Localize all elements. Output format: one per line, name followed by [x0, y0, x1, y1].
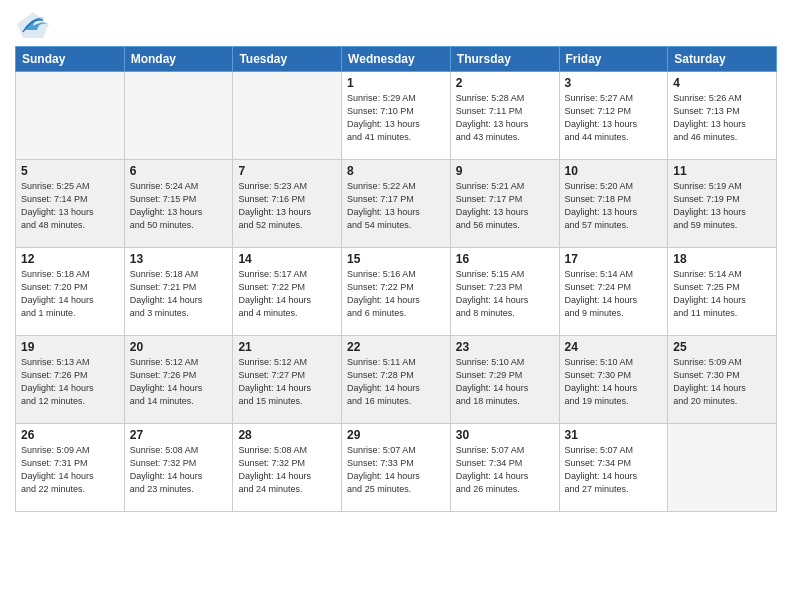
day-info: Sunrise: 5:22 AM Sunset: 7:17 PM Dayligh…	[347, 180, 445, 232]
calendar-cell: 11Sunrise: 5:19 AM Sunset: 7:19 PM Dayli…	[668, 160, 777, 248]
day-number: 27	[130, 428, 228, 442]
day-number: 8	[347, 164, 445, 178]
day-info: Sunrise: 5:12 AM Sunset: 7:26 PM Dayligh…	[130, 356, 228, 408]
calendar-cell: 15Sunrise: 5:16 AM Sunset: 7:22 PM Dayli…	[342, 248, 451, 336]
day-number: 2	[456, 76, 554, 90]
day-info: Sunrise: 5:12 AM Sunset: 7:27 PM Dayligh…	[238, 356, 336, 408]
day-number: 3	[565, 76, 663, 90]
calendar-cell: 3Sunrise: 5:27 AM Sunset: 7:12 PM Daylig…	[559, 72, 668, 160]
calendar-cell	[668, 424, 777, 512]
header	[15, 10, 777, 40]
calendar-cell: 8Sunrise: 5:22 AM Sunset: 7:17 PM Daylig…	[342, 160, 451, 248]
calendar-cell: 25Sunrise: 5:09 AM Sunset: 7:30 PM Dayli…	[668, 336, 777, 424]
week-row-4: 19Sunrise: 5:13 AM Sunset: 7:26 PM Dayli…	[16, 336, 777, 424]
calendar-cell: 1Sunrise: 5:29 AM Sunset: 7:10 PM Daylig…	[342, 72, 451, 160]
day-number: 1	[347, 76, 445, 90]
calendar-cell: 24Sunrise: 5:10 AM Sunset: 7:30 PM Dayli…	[559, 336, 668, 424]
calendar-cell: 23Sunrise: 5:10 AM Sunset: 7:29 PM Dayli…	[450, 336, 559, 424]
calendar-cell: 31Sunrise: 5:07 AM Sunset: 7:34 PM Dayli…	[559, 424, 668, 512]
day-info: Sunrise: 5:18 AM Sunset: 7:21 PM Dayligh…	[130, 268, 228, 320]
day-info: Sunrise: 5:16 AM Sunset: 7:22 PM Dayligh…	[347, 268, 445, 320]
th-saturday: Saturday	[668, 47, 777, 72]
calendar-cell: 4Sunrise: 5:26 AM Sunset: 7:13 PM Daylig…	[668, 72, 777, 160]
calendar-cell: 10Sunrise: 5:20 AM Sunset: 7:18 PM Dayli…	[559, 160, 668, 248]
day-info: Sunrise: 5:23 AM Sunset: 7:16 PM Dayligh…	[238, 180, 336, 232]
day-info: Sunrise: 5:21 AM Sunset: 7:17 PM Dayligh…	[456, 180, 554, 232]
day-number: 29	[347, 428, 445, 442]
calendar-cell: 14Sunrise: 5:17 AM Sunset: 7:22 PM Dayli…	[233, 248, 342, 336]
day-info: Sunrise: 5:07 AM Sunset: 7:33 PM Dayligh…	[347, 444, 445, 496]
day-info: Sunrise: 5:10 AM Sunset: 7:30 PM Dayligh…	[565, 356, 663, 408]
day-info: Sunrise: 5:24 AM Sunset: 7:15 PM Dayligh…	[130, 180, 228, 232]
page: Sunday Monday Tuesday Wednesday Thursday…	[0, 0, 792, 612]
day-number: 6	[130, 164, 228, 178]
calendar-table: Sunday Monday Tuesday Wednesday Thursday…	[15, 46, 777, 512]
week-row-2: 5Sunrise: 5:25 AM Sunset: 7:14 PM Daylig…	[16, 160, 777, 248]
logo	[15, 10, 55, 40]
th-friday: Friday	[559, 47, 668, 72]
calendar-cell: 26Sunrise: 5:09 AM Sunset: 7:31 PM Dayli…	[16, 424, 125, 512]
day-info: Sunrise: 5:13 AM Sunset: 7:26 PM Dayligh…	[21, 356, 119, 408]
day-number: 4	[673, 76, 771, 90]
day-number: 15	[347, 252, 445, 266]
calendar-cell: 9Sunrise: 5:21 AM Sunset: 7:17 PM Daylig…	[450, 160, 559, 248]
th-tuesday: Tuesday	[233, 47, 342, 72]
logo-icon	[15, 10, 51, 40]
th-thursday: Thursday	[450, 47, 559, 72]
calendar-cell: 5Sunrise: 5:25 AM Sunset: 7:14 PM Daylig…	[16, 160, 125, 248]
day-info: Sunrise: 5:14 AM Sunset: 7:24 PM Dayligh…	[565, 268, 663, 320]
day-number: 5	[21, 164, 119, 178]
day-number: 20	[130, 340, 228, 354]
calendar-cell	[124, 72, 233, 160]
day-info: Sunrise: 5:07 AM Sunset: 7:34 PM Dayligh…	[565, 444, 663, 496]
day-number: 23	[456, 340, 554, 354]
day-info: Sunrise: 5:19 AM Sunset: 7:19 PM Dayligh…	[673, 180, 771, 232]
day-number: 13	[130, 252, 228, 266]
day-number: 7	[238, 164, 336, 178]
calendar-cell: 6Sunrise: 5:24 AM Sunset: 7:15 PM Daylig…	[124, 160, 233, 248]
day-number: 30	[456, 428, 554, 442]
calendar-cell: 7Sunrise: 5:23 AM Sunset: 7:16 PM Daylig…	[233, 160, 342, 248]
calendar-cell: 2Sunrise: 5:28 AM Sunset: 7:11 PM Daylig…	[450, 72, 559, 160]
week-row-3: 12Sunrise: 5:18 AM Sunset: 7:20 PM Dayli…	[16, 248, 777, 336]
day-number: 18	[673, 252, 771, 266]
day-info: Sunrise: 5:15 AM Sunset: 7:23 PM Dayligh…	[456, 268, 554, 320]
day-info: Sunrise: 5:29 AM Sunset: 7:10 PM Dayligh…	[347, 92, 445, 144]
calendar-cell: 28Sunrise: 5:08 AM Sunset: 7:32 PM Dayli…	[233, 424, 342, 512]
day-number: 31	[565, 428, 663, 442]
calendar-cell: 30Sunrise: 5:07 AM Sunset: 7:34 PM Dayli…	[450, 424, 559, 512]
day-number: 10	[565, 164, 663, 178]
header-row: Sunday Monday Tuesday Wednesday Thursday…	[16, 47, 777, 72]
th-monday: Monday	[124, 47, 233, 72]
day-info: Sunrise: 5:08 AM Sunset: 7:32 PM Dayligh…	[238, 444, 336, 496]
day-number: 28	[238, 428, 336, 442]
calendar-cell: 21Sunrise: 5:12 AM Sunset: 7:27 PM Dayli…	[233, 336, 342, 424]
day-number: 9	[456, 164, 554, 178]
calendar-cell	[16, 72, 125, 160]
day-number: 16	[456, 252, 554, 266]
calendar-cell: 27Sunrise: 5:08 AM Sunset: 7:32 PM Dayli…	[124, 424, 233, 512]
day-info: Sunrise: 5:26 AM Sunset: 7:13 PM Dayligh…	[673, 92, 771, 144]
day-number: 21	[238, 340, 336, 354]
day-number: 14	[238, 252, 336, 266]
day-info: Sunrise: 5:18 AM Sunset: 7:20 PM Dayligh…	[21, 268, 119, 320]
day-number: 22	[347, 340, 445, 354]
day-number: 25	[673, 340, 771, 354]
day-info: Sunrise: 5:27 AM Sunset: 7:12 PM Dayligh…	[565, 92, 663, 144]
day-info: Sunrise: 5:14 AM Sunset: 7:25 PM Dayligh…	[673, 268, 771, 320]
day-number: 26	[21, 428, 119, 442]
day-info: Sunrise: 5:09 AM Sunset: 7:30 PM Dayligh…	[673, 356, 771, 408]
calendar-cell: 16Sunrise: 5:15 AM Sunset: 7:23 PM Dayli…	[450, 248, 559, 336]
day-info: Sunrise: 5:09 AM Sunset: 7:31 PM Dayligh…	[21, 444, 119, 496]
day-number: 24	[565, 340, 663, 354]
day-number: 19	[21, 340, 119, 354]
calendar-cell: 22Sunrise: 5:11 AM Sunset: 7:28 PM Dayli…	[342, 336, 451, 424]
day-info: Sunrise: 5:07 AM Sunset: 7:34 PM Dayligh…	[456, 444, 554, 496]
calendar-cell: 20Sunrise: 5:12 AM Sunset: 7:26 PM Dayli…	[124, 336, 233, 424]
calendar-cell: 19Sunrise: 5:13 AM Sunset: 7:26 PM Dayli…	[16, 336, 125, 424]
week-row-5: 26Sunrise: 5:09 AM Sunset: 7:31 PM Dayli…	[16, 424, 777, 512]
week-row-1: 1Sunrise: 5:29 AM Sunset: 7:10 PM Daylig…	[16, 72, 777, 160]
calendar-cell: 13Sunrise: 5:18 AM Sunset: 7:21 PM Dayli…	[124, 248, 233, 336]
day-number: 12	[21, 252, 119, 266]
day-number: 11	[673, 164, 771, 178]
